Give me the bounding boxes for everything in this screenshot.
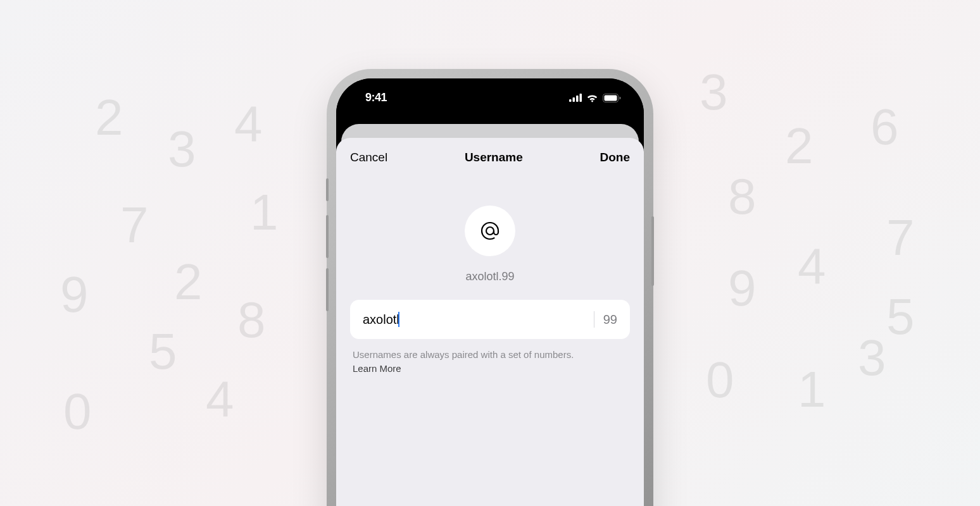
username-input[interactable]: axolotl [363, 312, 585, 327]
input-divider [594, 311, 594, 328]
decorative-number: 0 [706, 351, 734, 409]
decorative-number: 8 [728, 168, 757, 226]
battery-icon [603, 94, 621, 102]
svg-rect-1 [573, 97, 575, 102]
decorative-number: 0 [63, 383, 92, 441]
svg-rect-3 [580, 94, 582, 102]
decorative-number: 5 [149, 323, 177, 381]
cancel-button[interactable]: Cancel [350, 151, 387, 164]
svg-point-4 [591, 100, 593, 102]
decorative-number: 2 [785, 117, 814, 175]
decorative-number: 6 [870, 98, 899, 156]
svg-rect-0 [569, 99, 572, 102]
modal-sheet: Cancel Username Done axolotl.99 axolotl … [336, 138, 644, 506]
status-icons [569, 94, 621, 102]
decorative-number: 4 [206, 370, 234, 428]
decorative-number: 5 [886, 288, 915, 346]
at-icon [479, 219, 501, 242]
decorative-number: 3 [700, 63, 728, 121]
decorative-number: 7 [120, 196, 149, 254]
phone-screen: 9:41 [336, 78, 644, 506]
at-icon-circle [465, 206, 515, 256]
username-input-wrapper[interactable]: axolotl 99 [350, 300, 630, 339]
decorative-number: 9 [728, 259, 757, 318]
status-time: 9:41 [365, 91, 387, 104]
decorative-number: 9 [60, 266, 89, 324]
wifi-icon [586, 94, 598, 102]
phone-frame: 9:41 [329, 71, 651, 506]
helper-text: Usernames are always paired with a set o… [353, 348, 627, 374]
learn-more-link[interactable]: Learn More [353, 363, 401, 374]
username-suffix: 99 [603, 312, 617, 327]
modal-header: Cancel Username Done [336, 138, 644, 177]
modal-title: Username [465, 151, 523, 164]
dynamic-island [447, 87, 533, 111]
decorative-number: 4 [798, 237, 826, 295]
decorative-number: 1 [798, 361, 826, 419]
decorative-number: 8 [237, 291, 266, 349]
decorative-number: 3 [858, 329, 886, 387]
decorative-number: 7 [886, 209, 915, 267]
cellular-icon [569, 94, 582, 102]
username-display: axolotl.99 [336, 270, 644, 283]
decorative-number: 3 [168, 120, 196, 178]
text-cursor [398, 312, 399, 327]
svg-rect-6 [605, 95, 617, 101]
decorative-number: 4 [234, 95, 263, 153]
svg-point-7 [486, 227, 494, 235]
done-button[interactable]: Done [600, 151, 630, 164]
decorative-number: 2 [95, 89, 123, 147]
svg-rect-2 [576, 96, 579, 102]
decorative-number: 1 [250, 183, 279, 242]
decorative-number: 2 [174, 253, 203, 311]
